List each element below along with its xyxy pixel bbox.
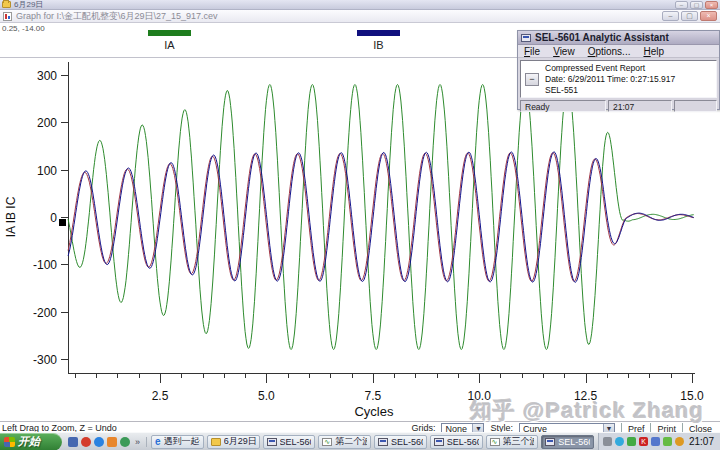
network-icon[interactable] — [663, 437, 672, 446]
taskbar-button-label: SEL-5601 A... — [280, 437, 312, 447]
status-text: Ready — [520, 100, 606, 112]
menu-item-file[interactable]: File — [524, 46, 540, 57]
taskbar-button[interactable]: ∿第三个波形... — [486, 435, 539, 449]
cursor-coordinate-readout: 0.25, -14.00 — [2, 24, 45, 33]
y-tick-label: 300 — [37, 69, 57, 83]
quick-launch-bar: » — [62, 437, 147, 447]
y-tick-label: -100 — [33, 258, 57, 272]
taskbar-button[interactable]: ∿第二个波形... — [318, 435, 371, 449]
folder-icon — [211, 438, 221, 446]
legend-color-bar — [148, 30, 191, 36]
taskbar-buttons: e遇到一起保...6月29日SEL-5601 A...∿第二个波形...SEL-… — [147, 435, 598, 449]
menu-item-help[interactable]: Help — [643, 46, 664, 57]
maximize-button[interactable]: ▢ — [681, 11, 698, 21]
analytic-assistant-window: SEL-5601 Analytic Assistant FileViewOpti… — [517, 30, 720, 110]
display-icon[interactable] — [651, 437, 660, 446]
taskbar-button-label: 第三个波形... — [503, 435, 535, 448]
x-axis-title: Cycles — [354, 404, 394, 419]
wave-icon: ∿ — [490, 438, 500, 446]
x-tick-label: 7.5 — [364, 389, 381, 403]
taskbar-button[interactable]: e遇到一起保... — [151, 435, 204, 449]
windows-flag-icon — [4, 437, 15, 447]
x-tick-label: 2.5 — [152, 389, 169, 403]
y-tick-label: -300 — [33, 353, 57, 367]
watermark: 知乎 @Patrick Zhang — [470, 396, 704, 426]
analytic-assistant-titlebar[interactable]: SEL-5601 Analytic Assistant — [518, 31, 719, 45]
opera-icon[interactable] — [81, 437, 91, 447]
y-tick-label: 0 — [50, 211, 57, 225]
volume-icon[interactable] — [615, 437, 624, 446]
antivirus-icon[interactable]: K — [639, 437, 648, 446]
taskbar-button[interactable]: SEL-5601 A... — [374, 435, 427, 449]
legend-item-IB: IB — [357, 30, 400, 51]
ie-icon[interactable] — [94, 437, 104, 447]
taskbar: 开始 » e遇到一起保...6月29日SEL-5601 A...∿第二个波形..… — [0, 432, 720, 450]
minimize-button[interactable]: – — [662, 11, 679, 21]
sel-icon — [378, 438, 388, 446]
graph-window-titlebar: Graph for I:\金工配机整变\6月29日\27_15_917.cev … — [0, 10, 720, 23]
taskbar-button[interactable]: SEL-5601 A... — [430, 435, 483, 449]
system-tray: K21:07 — [598, 433, 720, 450]
taskbar-button[interactable]: SEL-5601 A... — [263, 435, 316, 449]
taskbar-button-label: 第二个波形... — [335, 435, 367, 448]
series-IA — [68, 85, 694, 350]
cursor-marker[interactable] — [59, 219, 66, 226]
report-line: Compressed Event Report — [545, 63, 675, 74]
taskbar-button-label: SEL-5601 A... — [391, 437, 423, 447]
maximize-button[interactable]: ▢ — [690, 1, 703, 9]
taskbar-button-label: SEL-5601 A... — [447, 437, 479, 447]
legend-color-bar — [357, 30, 400, 36]
legend-label: IB — [357, 39, 400, 51]
taskbar-button-label: SEL-5601 A... — [558, 437, 590, 447]
menu-item-options[interactable]: Options... — [588, 46, 631, 57]
graph-app-icon — [3, 12, 12, 21]
sel-icon — [545, 438, 555, 446]
ie-icon: e — [155, 436, 161, 447]
menu-bar: FileViewOptions...Help — [518, 45, 719, 58]
sel-icon — [434, 438, 444, 446]
printer-icon[interactable] — [603, 437, 612, 446]
taskbar-button[interactable]: SEL-5601 A... — [541, 435, 594, 449]
mail-icon[interactable] — [107, 437, 117, 447]
legend-item-IA: IA — [148, 30, 191, 51]
graph-window-title: Graph for I:\金工配机整变\6月29日\27_15_917.cev — [16, 10, 218, 23]
analytic-assistant-title: SEL-5601 Analytic Assistant — [535, 32, 669, 43]
event-report-entry[interactable]: Compressed Event ReportDate: 6/29/2011 T… — [545, 63, 675, 96]
legend-label: IA — [148, 39, 191, 51]
update-icon[interactable] — [675, 437, 684, 446]
y-tick-label: 100 — [37, 164, 57, 178]
taskbar-button-label: 6月29日 — [224, 435, 256, 448]
close-icon[interactable]: × — [700, 11, 717, 21]
background-window-titlebar: 6月29日 – ▢ × — [0, 0, 720, 10]
globe-icon[interactable] — [120, 437, 130, 447]
collapse-button[interactable]: − — [525, 73, 539, 86]
shield-icon[interactable] — [627, 437, 636, 446]
app-icon — [521, 34, 531, 42]
overflow-chevron-icon[interactable]: » — [133, 437, 142, 447]
start-button[interactable]: 开始 — [0, 433, 62, 450]
y-tick-label: -200 — [33, 306, 57, 320]
wave-icon: ∿ — [322, 438, 332, 446]
background-window-title: 6月29日 — [14, 0, 43, 10]
folder-icon — [2, 1, 11, 8]
taskbar-button-label: 遇到一起保... — [164, 435, 200, 448]
menu-item-view[interactable]: View — [553, 46, 575, 57]
taskbar-clock: 21:07 — [687, 436, 716, 447]
x-tick-label: 5.0 — [258, 389, 275, 403]
report-line: SEL-551 — [545, 85, 675, 96]
status-time: 21:07 — [608, 100, 672, 112]
taskbar-button[interactable]: 6月29日 — [207, 435, 260, 449]
report-line: Date: 6/29/2011 Time: 0:27:15.917 — [545, 74, 675, 85]
status-bar: Ready 21:07 — [520, 100, 717, 112]
y-axis-title: IA IB IC — [4, 196, 18, 237]
minimize-button[interactable]: – — [675, 1, 688, 9]
event-report-list: − Compressed Event ReportDate: 6/29/2011… — [520, 60, 717, 98]
msn-icon[interactable] — [68, 437, 78, 447]
sel-icon — [267, 438, 277, 446]
status-filler — [674, 100, 717, 112]
close-icon[interactable]: × — [705, 1, 718, 9]
y-tick-label: 200 — [37, 116, 57, 130]
